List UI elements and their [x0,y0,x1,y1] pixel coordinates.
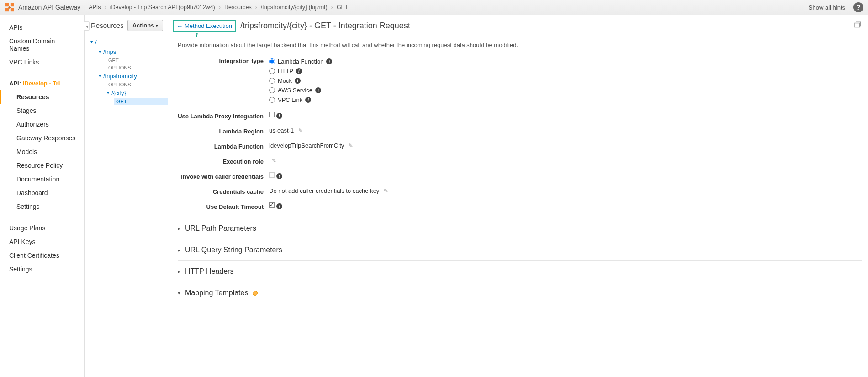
arrow-left-icon: ← [177,22,183,29]
info-icon[interactable]: i [276,173,282,179]
info-icon[interactable]: i [326,58,332,64]
label-credentials-cache: Credentials cache [178,187,269,195]
radio-http-input[interactable] [269,68,275,74]
label-lambda-function: Lambda Function [178,142,269,150]
main-content: ← Method Execution 1 /tripsfromcity/{cit… [171,15,868,377]
help-icon[interactable]: ? [853,2,863,12]
info-icon[interactable]: i [276,113,282,119]
section-title: URL Query String Parameters [185,246,282,254]
service-name[interactable]: Amazon API Gateway [18,4,80,11]
chevron-right-icon: › [219,4,221,11]
checkbox-proxy[interactable] [269,112,275,117]
breadcrumb-method[interactable]: GET [337,4,349,11]
sidebar-item-authorizers[interactable]: Authorizers [0,117,84,131]
tree-root[interactable]: ▸/ [89,37,168,47]
documentation-stack-icon[interactable] [853,21,862,31]
triangle-down-icon: ▸ [90,41,95,43]
breadcrumb: APIs › iDevelop - Trip Search API (op9h7… [89,4,809,11]
resources-column: ◂ Resources Actions ▾ ▸/ ▸/trips GET OPT… [85,15,171,377]
tree-tfc-options[interactable]: OPTIONS [106,81,168,88]
triangle-down-icon: ▸ [106,92,111,94]
breadcrumb-resource[interactable]: /tripsfromcity/{city} (lujzmf) [261,4,328,11]
sidebar-item-client-certificates[interactable]: Client Certificates [0,249,84,262]
show-hints-link[interactable]: Show all hints [809,4,845,11]
sidebar-item-usage-plans[interactable]: Usage Plans [0,221,84,235]
sidebar-item-dashboard[interactable]: Dashboard [0,186,84,200]
checkbox-default-timeout[interactable] [269,202,275,208]
info-icon[interactable]: i [315,87,321,93]
radio-lambda-function[interactable]: Lambda Functioni [269,57,862,66]
chevron-right-icon: › [331,4,333,11]
sidebar-item-settings[interactable]: Settings [0,262,84,276]
pencil-icon[interactable]: ✎ [349,143,353,149]
integration-form: Integration type Lambda Functioni HTTPi … [171,57,868,317]
alert-dot-icon [169,23,169,28]
breadcrumb-api[interactable]: iDevelop - Trip Search API (op9h7012w4) [110,4,215,11]
method-execution-back-box: ← Method Execution 1 [173,20,236,32]
pencil-icon[interactable]: ✎ [298,127,303,134]
pencil-icon[interactable]: ✎ [272,158,276,164]
api-name-label[interactable]: iDevelop - Tri... [23,80,65,87]
method-execution-link[interactable]: Method Execution [185,22,232,29]
resources-title: Resources [91,21,124,29]
tree-city-get[interactable]: GET [114,98,168,105]
tree-tripsfromcity[interactable]: ▸/tripsfromcity [97,71,168,81]
tree-trips-options[interactable]: OPTIONS [106,64,168,71]
sidebar-item-api-settings[interactable]: Settings [0,200,84,213]
label-invoke-caller-credentials: Invoke with caller credentials [178,172,269,180]
triangle-down-icon: ▾ [178,290,180,296]
page-description: Provide information about the target bac… [171,36,868,57]
radio-aws-input[interactable] [269,87,275,93]
info-icon[interactable]: i [296,68,302,74]
radio-aws-label: AWS Service [278,87,312,94]
breadcrumb-resources[interactable]: Resources [224,4,252,11]
triangle-right-icon: ▸ [178,269,180,275]
sidebar-item-models[interactable]: Models [0,145,84,159]
sidebar-item-gateway-responses[interactable]: Gateway Responses [0,131,84,145]
radio-mock[interactable]: Mocki [269,76,862,85]
alert-dot-icon [253,291,258,296]
info-icon[interactable]: i [305,97,311,103]
value-lambda-function: idevelopTripSearchFromCity [269,142,344,149]
section-http-headers[interactable]: ▸HTTP Headers [178,260,862,282]
info-icon[interactable]: i [276,203,282,209]
sidebar-item-documentation[interactable]: Documentation [0,172,84,186]
tree-root-label: / [95,39,97,46]
breadcrumb-apis[interactable]: APIs [89,4,101,11]
radio-aws-service[interactable]: AWS Servicei [269,85,862,95]
triangle-down-icon: ▸ [98,75,103,77]
tree-trips-get[interactable]: GET [106,57,168,64]
checkbox-invoke-caller[interactable] [269,172,275,178]
radio-http[interactable]: HTTPi [269,66,862,76]
tree-tfc-label: /tripsfromcity [103,73,137,80]
tree-trips[interactable]: ▸/trips [97,47,168,57]
sidebar-divider [8,218,76,218]
radio-vpc-input[interactable] [269,97,275,103]
sidebar-item-stages[interactable]: Stages [0,104,84,117]
sidebar-item-api-keys[interactable]: API Keys [0,235,84,249]
annotation-1: 1 [195,32,199,39]
section-url-path-parameters[interactable]: ▸URL Path Parameters [178,218,862,239]
radio-lambda-input[interactable] [269,58,275,64]
tree-trips-label: /trips [103,48,116,55]
sidebar-item-custom-domain-names[interactable]: Custom Domain Names [0,34,84,55]
sidebar-item-resource-policy[interactable]: Resource Policy [0,159,84,172]
tree-city[interactable]: ▸/{city} [106,88,168,98]
svg-rect-0 [5,3,9,6]
triangle-right-icon: ▸ [178,247,180,253]
collapse-sidebar-button[interactable]: ◂ [84,21,90,31]
section-url-query-string-parameters[interactable]: ▸URL Query String Parameters [178,239,862,260]
sidebar-item-apis[interactable]: APIs [0,21,84,34]
sidebar-item-resources[interactable]: Resources [0,90,84,104]
radio-mock-label: Mock [278,77,292,84]
sidebar-item-vpc-links[interactable]: VPC Links [0,55,84,69]
radio-vpc-link[interactable]: VPC Linki [269,95,862,105]
actions-button[interactable]: Actions ▾ [127,20,164,31]
info-icon[interactable]: i [295,78,301,84]
sidebar: APIs Custom Domain Names VPC Links API: … [0,15,85,377]
radio-mock-input[interactable] [269,78,275,84]
svg-rect-3 [11,8,14,11]
section-mapping-templates[interactable]: ▾Mapping Templates [178,282,862,303]
triangle-right-icon: ▸ [178,226,180,232]
pencil-icon[interactable]: ✎ [384,188,388,194]
